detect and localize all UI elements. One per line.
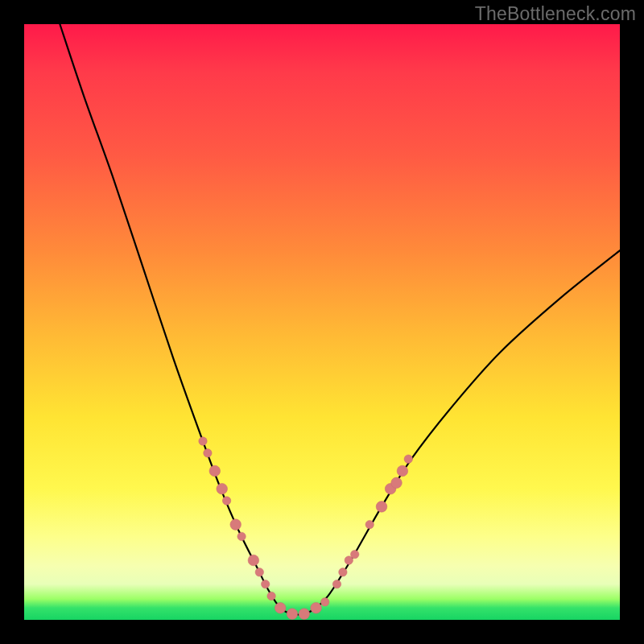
bottleneck-curve	[60, 24, 620, 615]
curve-marker	[248, 555, 259, 566]
watermark-text: TheBottleneck.com	[475, 3, 636, 25]
curve-marker	[204, 449, 212, 457]
curve-marker	[262, 580, 270, 588]
curve-marker	[332, 580, 341, 588]
curve-marker	[404, 455, 412, 463]
curve-marker	[275, 602, 286, 613]
curve-marker	[351, 550, 359, 558]
chart-frame: TheBottleneck.com	[0, 0, 644, 644]
curve-marker	[287, 609, 298, 620]
curve-marker	[199, 437, 207, 445]
curve-marker	[230, 519, 242, 530]
curve-marker	[209, 465, 221, 477]
curve-marker	[365, 520, 374, 528]
curve-marker	[397, 465, 408, 477]
curve-marker	[311, 602, 322, 613]
curve-marker	[299, 609, 310, 620]
curve-marker	[391, 477, 402, 489]
curve-marker	[255, 568, 263, 576]
plot-area	[24, 24, 620, 620]
curve-markers	[199, 437, 413, 620]
curve-marker	[217, 483, 228, 494]
curve-marker	[267, 592, 275, 600]
curve-marker	[321, 598, 329, 606]
curve-layer	[24, 24, 620, 620]
curve-marker	[237, 532, 246, 540]
curve-marker	[339, 568, 347, 576]
curve-marker	[222, 497, 230, 505]
curve-marker	[376, 502, 387, 513]
